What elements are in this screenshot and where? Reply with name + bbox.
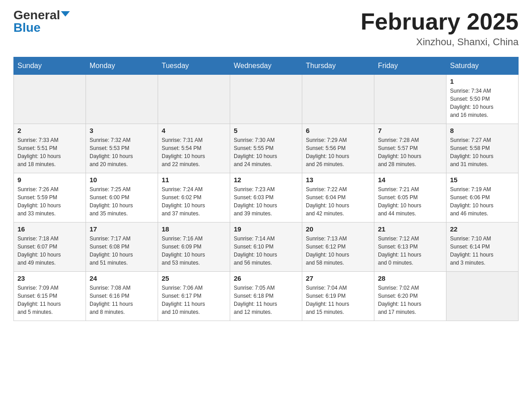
- day-info: Sunrise: 7:18 AM Sunset: 6:07 PM Dayligh…: [17, 235, 82, 267]
- day-info: Sunrise: 7:27 AM Sunset: 5:58 PM Dayligh…: [450, 136, 515, 168]
- day-number: 18: [162, 225, 226, 233]
- calendar-cell: 5Sunrise: 7:30 AM Sunset: 5:55 PM Daylig…: [230, 124, 302, 173]
- day-info: Sunrise: 7:23 AM Sunset: 6:03 PM Dayligh…: [234, 185, 298, 218]
- day-info: Sunrise: 7:04 AM Sunset: 6:19 PM Dayligh…: [306, 284, 370, 316]
- day-number: 16: [17, 225, 82, 233]
- calendar-cell: 23Sunrise: 7:09 AM Sunset: 6:15 PM Dayli…: [14, 272, 86, 321]
- day-info: Sunrise: 7:13 AM Sunset: 6:12 PM Dayligh…: [306, 235, 370, 267]
- calendar-cell: 22Sunrise: 7:10 AM Sunset: 6:14 PM Dayli…: [446, 223, 519, 272]
- logo: General Blue: [13, 9, 70, 34]
- day-number: 14: [378, 176, 442, 184]
- calendar-cell: 9Sunrise: 7:26 AM Sunset: 5:59 PM Daylig…: [14, 173, 86, 223]
- day-info: Sunrise: 7:22 AM Sunset: 6:04 PM Dayligh…: [306, 185, 370, 218]
- calendar-cell: [302, 75, 374, 124]
- day-number: 3: [90, 127, 154, 134]
- day-number: 5: [234, 127, 298, 134]
- day-number: 8: [450, 127, 515, 134]
- month-title: February 2025: [360, 9, 519, 34]
- day-number: 1: [450, 77, 515, 85]
- calendar-cell: 7Sunrise: 7:28 AM Sunset: 5:57 PM Daylig…: [374, 124, 446, 173]
- day-info: Sunrise: 7:31 AM Sunset: 5:54 PM Dayligh…: [162, 136, 226, 168]
- calendar-cell: 6Sunrise: 7:29 AM Sunset: 5:56 PM Daylig…: [302, 124, 374, 173]
- calendar-cell: 10Sunrise: 7:25 AM Sunset: 6:00 PM Dayli…: [86, 173, 158, 223]
- calendar-cell: 28Sunrise: 7:02 AM Sunset: 6:20 PM Dayli…: [374, 272, 446, 321]
- col-header-wednesday: Wednesday: [230, 57, 302, 75]
- col-header-friday: Friday: [374, 57, 446, 75]
- logo-blue-text: Blue: [13, 21, 41, 34]
- day-info: Sunrise: 7:19 AM Sunset: 6:06 PM Dayligh…: [450, 185, 515, 218]
- calendar-cell: 14Sunrise: 7:21 AM Sunset: 6:05 PM Dayli…: [374, 173, 446, 223]
- day-number: 22: [450, 225, 515, 233]
- day-info: Sunrise: 7:29 AM Sunset: 5:56 PM Dayligh…: [306, 136, 370, 168]
- day-number: 19: [234, 225, 298, 233]
- day-number: 21: [378, 225, 442, 233]
- day-number: 2: [17, 127, 82, 134]
- day-number: 26: [234, 274, 298, 282]
- day-info: Sunrise: 7:16 AM Sunset: 6:09 PM Dayligh…: [162, 235, 226, 267]
- calendar-cell: 3Sunrise: 7:32 AM Sunset: 5:53 PM Daylig…: [86, 124, 158, 173]
- calendar-cell: 8Sunrise: 7:27 AM Sunset: 5:58 PM Daylig…: [446, 124, 519, 173]
- calendar-cell: [14, 75, 86, 124]
- day-info: Sunrise: 7:21 AM Sunset: 6:05 PM Dayligh…: [378, 185, 442, 218]
- logo-arrow-icon: [61, 11, 70, 17]
- day-number: 17: [90, 225, 154, 233]
- calendar-cell: 2Sunrise: 7:33 AM Sunset: 5:51 PM Daylig…: [14, 124, 86, 173]
- calendar-cell: 12Sunrise: 7:23 AM Sunset: 6:03 PM Dayli…: [230, 173, 302, 223]
- calendar-week-row: 1Sunrise: 7:34 AM Sunset: 5:50 PM Daylig…: [14, 75, 519, 124]
- day-number: 28: [378, 274, 442, 282]
- calendar-cell: 18Sunrise: 7:16 AM Sunset: 6:09 PM Dayli…: [158, 223, 230, 272]
- col-header-sunday: Sunday: [14, 57, 86, 75]
- day-number: 9: [17, 176, 82, 184]
- day-info: Sunrise: 7:05 AM Sunset: 6:18 PM Dayligh…: [234, 284, 298, 316]
- calendar-cell: 27Sunrise: 7:04 AM Sunset: 6:19 PM Dayli…: [302, 272, 374, 321]
- col-header-tuesday: Tuesday: [158, 57, 230, 75]
- calendar-cell: 17Sunrise: 7:17 AM Sunset: 6:08 PM Dayli…: [86, 223, 158, 272]
- col-header-monday: Monday: [86, 57, 158, 75]
- calendar-cell: 24Sunrise: 7:08 AM Sunset: 6:16 PM Dayli…: [86, 272, 158, 321]
- calendar-week-row: 9Sunrise: 7:26 AM Sunset: 5:59 PM Daylig…: [14, 173, 519, 223]
- day-number: 25: [162, 274, 226, 282]
- calendar-cell: [230, 75, 302, 124]
- day-info: Sunrise: 7:25 AM Sunset: 6:00 PM Dayligh…: [90, 185, 154, 218]
- day-info: Sunrise: 7:26 AM Sunset: 5:59 PM Dayligh…: [17, 185, 82, 218]
- logo-general-text: General: [13, 9, 60, 21]
- day-info: Sunrise: 7:33 AM Sunset: 5:51 PM Dayligh…: [17, 136, 82, 168]
- calendar-cell: 21Sunrise: 7:12 AM Sunset: 6:13 PM Dayli…: [374, 223, 446, 272]
- day-info: Sunrise: 7:17 AM Sunset: 6:08 PM Dayligh…: [90, 235, 154, 267]
- day-info: Sunrise: 7:34 AM Sunset: 5:50 PM Dayligh…: [450, 87, 515, 119]
- calendar-cell: 26Sunrise: 7:05 AM Sunset: 6:18 PM Dayli…: [230, 272, 302, 321]
- title-block: February 2025 Xinzhou, Shanxi, China: [360, 9, 519, 48]
- calendar-table: SundayMondayTuesdayWednesdayThursdayFrid…: [13, 57, 519, 321]
- day-number: 11: [162, 176, 226, 184]
- calendar-cell: 25Sunrise: 7:06 AM Sunset: 6:17 PM Dayli…: [158, 272, 230, 321]
- calendar-week-row: 23Sunrise: 7:09 AM Sunset: 6:15 PM Dayli…: [14, 272, 519, 321]
- day-number: 20: [306, 225, 370, 233]
- calendar-cell: 16Sunrise: 7:18 AM Sunset: 6:07 PM Dayli…: [14, 223, 86, 272]
- day-number: 7: [378, 127, 442, 134]
- day-number: 15: [450, 176, 515, 184]
- day-number: 27: [306, 274, 370, 282]
- day-number: 23: [17, 274, 82, 282]
- calendar-cell: 13Sunrise: 7:22 AM Sunset: 6:04 PM Dayli…: [302, 173, 374, 223]
- calendar-cell: 11Sunrise: 7:24 AM Sunset: 6:02 PM Dayli…: [158, 173, 230, 223]
- day-info: Sunrise: 7:12 AM Sunset: 6:13 PM Dayligh…: [378, 235, 442, 267]
- day-number: 24: [90, 274, 154, 282]
- calendar-header-row: SundayMondayTuesdayWednesdayThursdayFrid…: [14, 57, 519, 75]
- day-info: Sunrise: 7:10 AM Sunset: 6:14 PM Dayligh…: [450, 235, 515, 267]
- location-text: Xinzhou, Shanxi, China: [360, 36, 519, 48]
- day-number: 12: [234, 176, 298, 184]
- day-info: Sunrise: 7:24 AM Sunset: 6:02 PM Dayligh…: [162, 185, 226, 218]
- calendar-week-row: 16Sunrise: 7:18 AM Sunset: 6:07 PM Dayli…: [14, 223, 519, 272]
- col-header-saturday: Saturday: [446, 57, 519, 75]
- day-info: Sunrise: 7:14 AM Sunset: 6:10 PM Dayligh…: [234, 235, 298, 267]
- calendar-cell: 4Sunrise: 7:31 AM Sunset: 5:54 PM Daylig…: [158, 124, 230, 173]
- day-info: Sunrise: 7:08 AM Sunset: 6:16 PM Dayligh…: [90, 284, 154, 316]
- day-number: 10: [90, 176, 154, 184]
- calendar-cell: 19Sunrise: 7:14 AM Sunset: 6:10 PM Dayli…: [230, 223, 302, 272]
- day-info: Sunrise: 7:02 AM Sunset: 6:20 PM Dayligh…: [378, 284, 442, 316]
- day-number: 13: [306, 176, 370, 184]
- calendar-week-row: 2Sunrise: 7:33 AM Sunset: 5:51 PM Daylig…: [14, 124, 519, 173]
- col-header-thursday: Thursday: [302, 57, 374, 75]
- calendar-cell: [446, 272, 519, 321]
- calendar-cell: 20Sunrise: 7:13 AM Sunset: 6:12 PM Dayli…: [302, 223, 374, 272]
